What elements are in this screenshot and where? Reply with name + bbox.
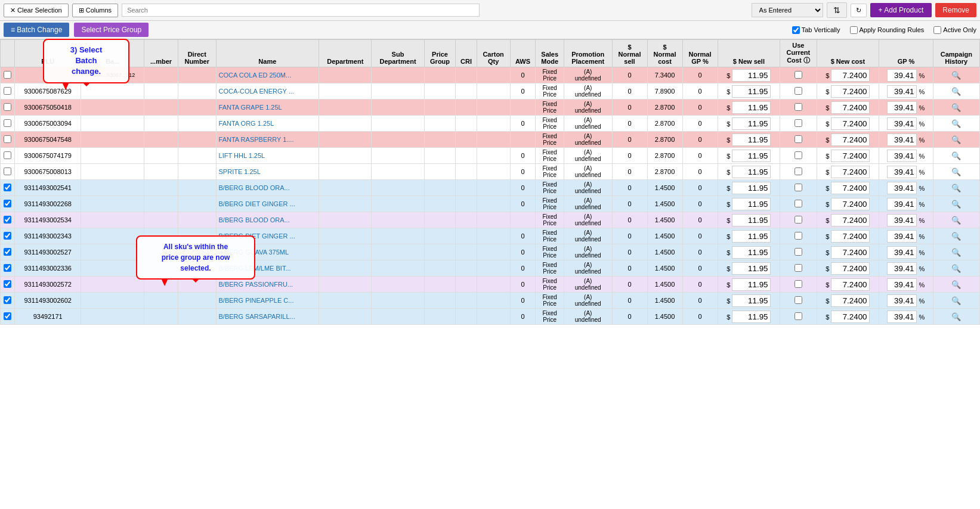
row-newcost-cell[interactable]: $	[817, 148, 879, 164]
use-current-checkbox[interactable]	[794, 280, 802, 288]
tab-vertically-label[interactable]: Tab Vertically	[792, 26, 840, 34]
row-newsell-cell[interactable]: $	[718, 212, 780, 228]
new-cost-input[interactable]	[831, 101, 870, 114]
row-newsell-cell[interactable]: $	[718, 83, 780, 100]
new-sell-input[interactable]	[732, 101, 771, 114]
gp-input[interactable]	[887, 246, 917, 259]
clear-selection-button[interactable]: ✕ Clear Selection	[4, 4, 69, 17]
use-current-checkbox[interactable]	[794, 151, 802, 159]
use-current-checkbox[interactable]	[794, 103, 802, 111]
new-sell-input[interactable]	[732, 150, 771, 162]
row-name[interactable]: B/BERG BLOOD ORA...	[216, 212, 319, 228]
row-name[interactable]: FANTA ORG 1.25L	[216, 116, 319, 132]
row-gp-cell[interactable]: %	[879, 196, 933, 212]
zoom-icon[interactable]: 🔍	[951, 184, 961, 193]
row-name[interactable]: FANTA GRAPE 1.25L	[216, 100, 319, 116]
row-usecurrent[interactable]	[780, 164, 817, 180]
zoom-icon[interactable]: 🔍	[951, 119, 961, 128]
row-campaign[interactable]: 🔍	[933, 83, 979, 100]
gp-input[interactable]	[887, 134, 917, 146]
zoom-icon[interactable]: 🔍	[951, 248, 961, 257]
use-current-checkbox[interactable]	[794, 71, 802, 79]
gp-input[interactable]	[887, 230, 917, 243]
row-campaign[interactable]: 🔍	[933, 164, 979, 180]
row-checkbox[interactable]	[4, 119, 11, 127]
use-current-checkbox[interactable]	[794, 264, 802, 272]
use-current-checkbox[interactable]	[794, 312, 802, 320]
remove-button[interactable]: Remove	[935, 3, 976, 17]
row-checkbox-cell[interactable]	[1, 309, 15, 325]
row-campaign[interactable]: 🔍	[933, 148, 979, 164]
row-usecurrent[interactable]	[780, 228, 817, 244]
row-campaign[interactable]: 🔍	[933, 260, 979, 277]
gp-input[interactable]	[887, 150, 917, 162]
row-checkbox[interactable]	[4, 135, 11, 143]
new-sell-input[interactable]	[732, 69, 771, 82]
gp-input[interactable]	[887, 294, 917, 307]
row-newsell-cell[interactable]: $	[718, 67, 780, 83]
row-usecurrent[interactable]	[780, 212, 817, 228]
new-cost-input[interactable]	[831, 182, 870, 194]
row-checkbox-cell[interactable]	[1, 132, 15, 148]
row-usecurrent[interactable]	[780, 309, 817, 325]
zoom-icon[interactable]: 🔍	[951, 200, 961, 209]
row-checkbox[interactable]	[4, 312, 11, 320]
row-newcost-cell[interactable]: $	[817, 260, 879, 277]
row-name[interactable]: B/BERG PASSIONFRU...	[216, 277, 319, 293]
row-newsell-cell[interactable]: $	[718, 148, 780, 164]
row-newsell-cell[interactable]: $	[718, 244, 780, 260]
row-newcost-cell[interactable]: $	[817, 100, 879, 116]
zoom-icon[interactable]: 🔍	[951, 87, 961, 96]
search-input[interactable]	[122, 4, 480, 17]
new-sell-input[interactable]	[732, 230, 771, 243]
row-checkbox[interactable]	[4, 232, 11, 240]
row-checkbox-cell[interactable]	[1, 116, 15, 132]
new-sell-input[interactable]	[732, 166, 771, 178]
row-checkbox[interactable]	[4, 151, 11, 159]
zoom-icon[interactable]: 🔍	[951, 167, 961, 176]
new-cost-input[interactable]	[831, 230, 870, 243]
row-usecurrent[interactable]	[780, 260, 817, 277]
use-current-checkbox[interactable]	[794, 216, 802, 224]
new-cost-input[interactable]	[831, 166, 870, 178]
new-sell-input[interactable]	[732, 198, 771, 210]
row-usecurrent[interactable]	[780, 132, 817, 148]
row-newcost-cell[interactable]: $	[817, 293, 879, 309]
zoom-icon[interactable]: 🔍	[951, 312, 961, 321]
row-newsell-cell[interactable]: $	[718, 309, 780, 325]
row-checkbox-cell[interactable]	[1, 100, 15, 116]
row-name[interactable]: B/BERG DIET GINGER ...	[216, 196, 319, 212]
use-current-checkbox[interactable]	[794, 200, 802, 207]
row-newsell-cell[interactable]: $	[718, 116, 780, 132]
row-newcost-cell[interactable]: $	[817, 277, 879, 293]
zoom-icon[interactable]: 🔍	[951, 296, 961, 305]
row-name[interactable]: B/BERG DIET GINGER ...	[216, 228, 319, 244]
row-usecurrent[interactable]	[780, 180, 817, 196]
gp-input[interactable]	[887, 278, 917, 291]
row-gp-cell[interactable]: %	[879, 180, 933, 196]
new-cost-input[interactable]	[831, 150, 870, 162]
as-entered-select[interactable]: As Entered	[752, 3, 823, 17]
gp-input[interactable]	[887, 69, 917, 82]
zoom-icon[interactable]: 🔍	[951, 232, 961, 241]
new-sell-input[interactable]	[732, 134, 771, 146]
row-newcost-cell[interactable]: $	[817, 132, 879, 148]
row-checkbox-cell[interactable]	[1, 67, 15, 83]
new-cost-input[interactable]	[831, 278, 870, 291]
use-current-checkbox[interactable]	[794, 87, 802, 95]
row-gp-cell[interactable]: %	[879, 148, 933, 164]
apply-rounding-checkbox[interactable]	[850, 26, 858, 34]
sort-icon[interactable]: ⇅	[827, 2, 847, 18]
row-checkbox-cell[interactable]	[1, 277, 15, 293]
row-campaign[interactable]: 🔍	[933, 277, 979, 293]
row-usecurrent[interactable]	[780, 148, 817, 164]
apply-rounding-label[interactable]: Apply Rounding Rules	[850, 26, 925, 34]
new-cost-input[interactable]	[831, 85, 870, 98]
row-name[interactable]: B/BERG BLOOD ORA...	[216, 180, 319, 196]
zoom-icon[interactable]: 🔍	[951, 216, 961, 225]
row-newcost-cell[interactable]: $	[817, 309, 879, 325]
row-checkbox[interactable]	[4, 71, 11, 79]
row-usecurrent[interactable]	[780, 83, 817, 100]
row-name[interactable]: LIFT HHL 1.25L	[216, 148, 319, 164]
row-gp-cell[interactable]: %	[879, 100, 933, 116]
